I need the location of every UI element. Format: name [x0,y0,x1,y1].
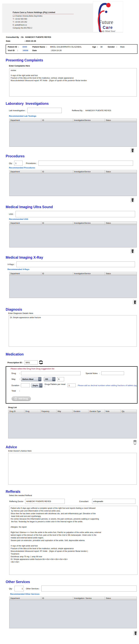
recommended-lab-testings-link[interactable]: Recommended Lab Testings [9,115,139,117]
way-label: Way [12,378,19,380]
company-logo: Future Care ❤ Body Mind Soul [93,1,123,32]
frequency-qty-input[interactable] [57,377,64,381]
other-services-input[interactable] [42,586,136,592]
advice-title: Advice [6,445,17,449]
age-label: Age : [92,46,100,48]
letterhead: Future Care by Future Holdings (Pty) Lim… [2,4,123,33]
diagnosis-textarea[interactable] [9,315,137,347]
add-drug-button[interactable]: + Add Drug [12,396,31,401]
other-col-id: ID [41,597,73,600]
lab-delete-row [0,148,134,153]
other-qty-input[interactable] [14,586,24,592]
visit-date-label: Date [32,49,50,52]
prescription-refresh-button[interactable] [39,360,43,365]
recommended-uss-link[interactable]: Recommended USS [9,218,139,220]
advice-textarea[interactable] [8,453,137,484]
company-name-part2: Future Holdings (Pty) Limited [26,11,55,14]
visit-id-value: 16558 [22,49,32,52]
prescription-row: Prescription ID : [8,360,139,365]
drug-col-duration-type: Duration Type [88,410,104,413]
patient-row-2: Visit ID : 16558 Date : 2024-10-26 [8,49,137,53]
recommended-xrays-link[interactable]: Recommended X-Rays [8,268,139,270]
xray-delete-row [0,300,136,304]
patient-row-1: Patient ID : 8440 Patient Name : MIKEL G… [8,46,137,49]
patient-info-box: Patient ID : 8440 Patient Name : MIKEL G… [6,44,138,54]
uss-table-body [10,225,136,247]
age-value: 38 [100,46,107,48]
procedures-title: Procedures [6,154,139,158]
recommended-procedures-link[interactable]: Recommended Procedures [9,166,139,169]
drug-col-qty: Qty [120,410,136,413]
xray-table-body [10,276,136,298]
duration-unit-select[interactable]: Day/s▼ [32,383,42,388]
other-col-status: Status [105,597,136,600]
prescription-id-input[interactable] [24,360,38,364]
procedures-delete-button[interactable] [130,198,134,202]
procedures-input[interactable] [38,161,133,166]
duration-input[interactable] [21,384,30,387]
procedures-qty-input[interactable] [14,161,22,166]
trash-icon [134,300,136,304]
presenting-complaints-title: Presenting Complaints [6,58,139,62]
procedures-table-body [10,174,136,196]
other-services-label: Other Services : [26,588,40,590]
drug-list-label: Drug List [8,406,139,408]
uss-delete-button[interactable] [130,249,134,254]
other-services-input-row: Qty : Other Services : [9,586,139,592]
xray-input-label: X-Rays : [8,263,15,266]
logo-tagline: Body Mind Soul [100,30,115,32]
gender-label: Gender : [108,46,120,48]
consulted-by-label: Consulted By : [6,36,21,38]
chevron-down-icon: ▼ [52,377,55,381]
lab-col-department: Department [10,119,41,122]
uss-input[interactable] [16,211,135,217]
drug-col-drug: Drug [24,410,40,413]
consultant-input[interactable] [92,499,136,504]
special-notes-input[interactable] [101,372,124,375]
referring-doctor-label: Reffering Doctor [9,500,23,502]
lab-delete-button[interactable] [130,148,134,153]
xray-delete-button[interactable] [133,300,136,304]
drug-colon: : [19,372,21,374]
consultant-label: Consultant [79,500,88,502]
lab-table: Department ID Investigation/Service Stat… [9,119,137,147]
special-notes-label: Special Notes : [86,372,100,374]
recommended-other-services-link[interactable]: Recommended Other Services [10,593,139,595]
xray-col-status: Status [105,272,136,275]
uss-table: Department ID Investigation/Service Stat… [9,222,137,248]
total-row: Total : [12,390,137,392]
referring-doctor-input[interactable] [25,499,65,504]
drug-list-header: Drug ID Drug Fequency Way Duration Durat… [8,410,136,413]
company-name-by: by [25,12,26,13]
drug-list-body [8,413,136,438]
chevron-down-icon: ▼ [38,377,41,381]
patient-name-value: MIKEL GALBARRIATU OLAZABAL [50,46,92,48]
drug-input[interactable] [21,371,80,375]
lab-col-id: ID [41,119,73,122]
total-colon: : [19,390,21,392]
frequency-select-value: OD [44,377,52,381]
consulted-by-value: Dr. HANECKY FUENTE REYES [21,36,51,38]
visit-date-value: : 2024-10-26 [50,49,62,52]
other-qty-label: Qty : [9,588,13,590]
lab-investigation-input[interactable] [27,108,62,113]
uss-input-label: USS : [9,213,14,215]
procedures-input-label: Procedures : [26,162,37,164]
logo-wordmark-future: Future [99,19,113,25]
lab-title: Laboratory Investigations [6,102,139,106]
consult-date-row: Date : 2024-10-26 [6,40,139,42]
other-services-delete-button[interactable] [133,631,137,636]
drug-col-id: Drug ID [8,410,24,413]
xray-input[interactable] [16,262,135,267]
frequency-select[interactable]: OD▼ [44,377,56,381]
per-meal-input[interactable] [68,384,76,387]
procedures-col-investigation: Investigation/Service [73,170,105,173]
meal-select[interactable]: Before Meal▼ [21,377,42,381]
consulted-by-row: Consulted By : Dr. HANECKY FUENTE REYES [6,36,139,38]
referral-note-textarea[interactable] [9,506,138,575]
duration-row: Duration : Day/s▼ Drugs/Tablets per meal… [12,383,137,388]
way-row: Way : Before Meal▼ OD▼ [12,377,137,381]
drug-list-delete-button[interactable] [133,440,137,446]
consult-date-value: : 2024-10-26 [24,40,36,42]
complaints-textarea[interactable] [9,68,137,96]
